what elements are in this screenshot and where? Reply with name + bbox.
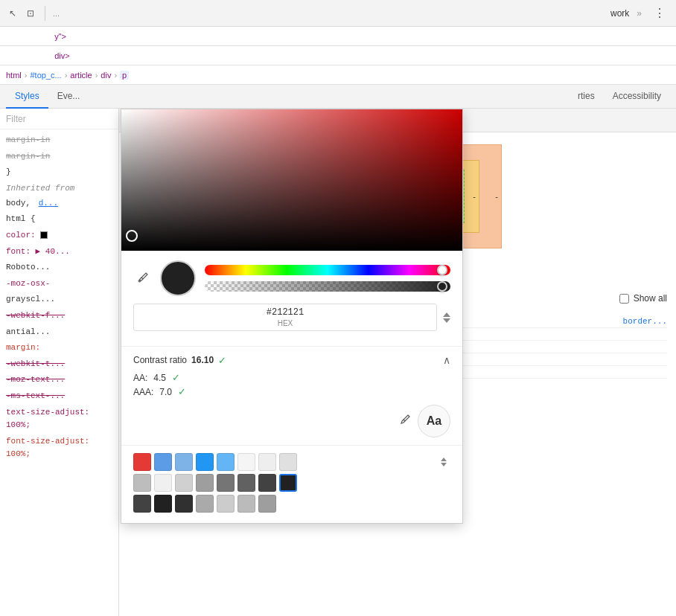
margin-rule: margin: (0, 340, 118, 356)
scroll-down-arrow (441, 463, 447, 466)
swatch-gray4[interactable] (133, 474, 151, 492)
breadcrumb-p[interactable]: p (120, 71, 129, 80)
tab-styles[interactable]: Styles (6, 85, 48, 109)
antialias-val: antial... (6, 327, 50, 336)
filter-bar: Filter (0, 109, 118, 129)
breadcrumb-sep3: › (95, 71, 98, 80)
tab-event-listeners[interactable]: Eve... (48, 85, 89, 109)
breadcrumb-sep4: › (114, 71, 117, 80)
color-prop: color: (6, 231, 36, 240)
swatches-row2 (133, 474, 450, 492)
font-size-adjust: font-size-adjust: 100%; (6, 437, 89, 459)
styles-pane: Filter margin-in margin-in } Inherited f… (0, 109, 119, 616)
hex-arrow-down[interactable] (443, 318, 450, 323)
hue-thumb (437, 265, 447, 275)
color-picker: #212121 HEX Contrast ratio 16.10 ✓ (121, 109, 463, 524)
toolbar-separator (45, 6, 45, 21)
swatch-mid4[interactable] (258, 495, 276, 513)
box-border-right[interactable]: - (473, 192, 476, 201)
swatch-gray3[interactable] (279, 453, 297, 471)
dom-div-bar: div> (0, 46, 676, 65)
swatch-mid3[interactable] (237, 495, 255, 513)
swatch-gray2[interactable] (258, 453, 276, 471)
contrast-header: Contrast ratio 16.10 ✓ ∧ (133, 354, 450, 366)
hex-arrow-up[interactable] (443, 312, 450, 317)
breadcrumb-article[interactable]: article (70, 71, 92, 80)
devtools-toolbar: ↖ ⊡ ... work » ⋮ (0, 0, 676, 27)
text-size-prop: text-size-adjust: 100%; (6, 408, 89, 430)
moz-text-prop: -moz-text... (6, 375, 65, 384)
color-gradient-area[interactable] (121, 109, 462, 251)
eyedropper-button[interactable] (133, 269, 151, 287)
color-rule: color: (0, 228, 118, 244)
roboto-val: Roboto... (6, 263, 50, 272)
html-selector: html { (6, 214, 36, 223)
sliders-area (205, 265, 450, 292)
swatch-gray9[interactable] (237, 474, 255, 492)
hue-slider[interactable] (205, 265, 450, 275)
alpha-slider[interactable] (205, 281, 450, 292)
swatches-scroll-btn-row1[interactable] (437, 453, 450, 471)
swatch-blue1[interactable] (154, 453, 172, 471)
hex-input-wrapper[interactable]: #212121 HEX (133, 304, 437, 331)
swatches-section (121, 445, 462, 523)
swatch-mid2[interactable] (217, 495, 235, 513)
style-brace: } (6, 167, 11, 176)
color-swatch-black[interactable] (40, 231, 48, 239)
webkit-t-prop: -webkit-t... (6, 359, 65, 368)
cursor-icon[interactable]: ↖ (6, 7, 19, 20)
swatch-dark3[interactable] (154, 495, 172, 513)
swatch-gray1[interactable] (237, 453, 255, 471)
breadcrumb-div[interactable]: div (101, 71, 111, 80)
style-prop-margin2: margin-in (6, 152, 50, 161)
inherited-label: Inherited from (0, 181, 118, 196)
swatch-gray8[interactable] (217, 474, 235, 492)
html-rule: html { (0, 211, 118, 228)
swatch-blue4[interactable] (217, 453, 235, 471)
picker-row1 (133, 260, 450, 296)
contrast-check: ✓ (218, 355, 226, 366)
swatch-gray10[interactable] (258, 474, 276, 492)
contrast-label: Contrast ratio (133, 355, 187, 365)
swatch-dark1[interactable] (279, 474, 297, 492)
hex-label: HEX (278, 319, 293, 327)
aa-preview-button[interactable]: Aa (418, 405, 450, 437)
antialias-rule: antial... (0, 324, 118, 341)
contrast-details: AA: 4.5 ✓ AAA: 7.0 ✓ (133, 372, 450, 397)
webkit-f-rule: -webkit-f... (0, 308, 118, 324)
tab-properties[interactable]: rties (569, 85, 604, 109)
swatch-red[interactable] (133, 453, 151, 471)
toolbar-network-label[interactable]: work (610, 8, 629, 19)
eyedropper-contrast-btn[interactable] (398, 414, 410, 429)
tab-accessibility[interactable]: Accessibility (604, 85, 670, 109)
moz-text-rule: -moz-text... (0, 372, 118, 388)
collapse-icon[interactable]: ∧ (443, 354, 450, 366)
breadcrumb-html[interactable]: html (6, 71, 22, 80)
swatch-gray6[interactable] (175, 474, 193, 492)
swatch-blue3[interactable] (196, 453, 214, 471)
swatch-dark2[interactable] (133, 495, 151, 513)
show-all-checkbox[interactable] (619, 294, 629, 304)
body-link[interactable]: d... (39, 199, 58, 208)
swatch-gray5[interactable] (154, 474, 172, 492)
panel-icon[interactable]: ⊡ (24, 7, 37, 20)
swatch-dark4[interactable] (175, 495, 193, 513)
style-rule-margin1: margin-in (0, 132, 118, 149)
box-margin-right[interactable]: - (495, 192, 498, 201)
alpha-thumb (437, 281, 447, 292)
more-menu-icon[interactable]: ⋮ (649, 3, 670, 24)
contrast-actions: Aa (133, 405, 450, 437)
roboto-rule: Roboto... (0, 260, 118, 276)
text-size-rule: text-size-adjust: 100%; (0, 405, 118, 434)
swatch-gray7[interactable] (196, 474, 214, 492)
swatch-blue2[interactable] (175, 453, 193, 471)
tabs-row: Styles Eve... rties Accessibility (0, 85, 676, 109)
breadcrumb-topid[interactable]: #top_c... (30, 71, 61, 80)
text-size-val: font-size-adjust: 100%; (0, 434, 118, 463)
hex-value: #212121 (267, 307, 304, 318)
aaa-row: AAA: 7.0 ✓ (133, 386, 450, 397)
swatch-mid1[interactable] (196, 495, 214, 513)
contrast-section: Contrast ratio 16.10 ✓ ∧ AA: 4.5 ✓ AAA: … (121, 346, 462, 445)
font-rule: font: ▶ 40... (0, 244, 118, 260)
aaa-label: AAA: (133, 387, 153, 397)
